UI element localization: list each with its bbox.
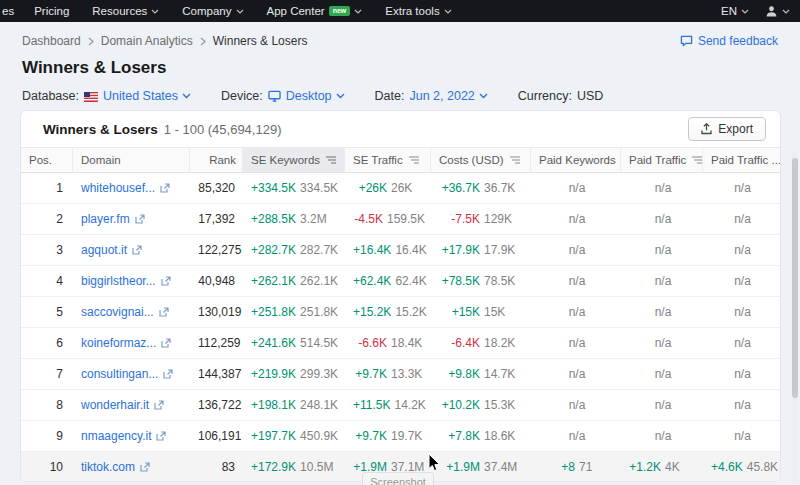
costs-cell: -7.5K129K (431, 212, 531, 226)
domain-label: koineformaz... (81, 336, 156, 350)
domain-label: tiktok.com (81, 460, 135, 474)
domain-link[interactable]: player.fm (81, 212, 184, 226)
se-traffic-cell: +16.4K16.4K (345, 243, 431, 257)
paid-traffic-2-cell: n/a (703, 398, 780, 412)
position-cell: 5 (21, 305, 73, 319)
domain-link[interactable]: wonderhair.it (81, 398, 184, 412)
col-header-pos[interactable]: Pos. (21, 148, 73, 172)
user-menu[interactable] (765, 5, 790, 18)
rank-cell: 85,320 (190, 181, 243, 195)
table-row: 9 nmaagency.it 106,191 +197.7K450.9K +9.… (21, 421, 780, 452)
col-header-paid-traffic[interactable]: Paid Traffic (621, 148, 703, 172)
nav-item-label: Company (182, 5, 231, 17)
external-link-icon[interactable] (161, 338, 171, 348)
paid-traffic-cell: +1.2K4K (621, 460, 703, 474)
col-header-se-keywords[interactable]: SE Keywords (243, 148, 345, 172)
date-label: Date: (375, 89, 405, 103)
external-link-icon[interactable] (135, 214, 145, 224)
domain-link[interactable]: saccovignai... (81, 305, 184, 319)
paid-traffic-cell: n/a (621, 181, 703, 195)
paid-traffic-2-cell: n/a (703, 305, 780, 319)
col-header-paid-keywords[interactable]: Paid Keywords (531, 148, 621, 172)
position-cell: 2 (21, 212, 73, 226)
domain-link[interactable]: koineformaz... (81, 336, 184, 350)
breadcrumb-domain-analytics[interactable]: Domain Analytics (101, 34, 193, 48)
nav-item-label: es (2, 5, 14, 17)
external-link-icon[interactable] (163, 369, 173, 379)
scrollbar-thumb[interactable] (792, 158, 798, 398)
external-link-icon[interactable] (154, 400, 164, 410)
domain-cell: biggirlstheor... (73, 274, 190, 288)
se-traffic-cell: +9.7K19.7K (345, 429, 431, 443)
device-filter[interactable]: Device: Desktop (221, 89, 345, 103)
domain-link[interactable]: whitehousef... (81, 181, 184, 195)
col-header-rank[interactable]: Rank (190, 148, 243, 172)
nav-item-label: App Center (267, 5, 325, 17)
paid-keywords-cell: n/a (531, 398, 621, 412)
nav-item-extra-tools[interactable]: Extra tools (385, 5, 451, 17)
breadcrumb-dashboard[interactable]: Dashboard (22, 34, 81, 48)
costs-cell: +1.9M37.4M (431, 460, 531, 474)
database-value: United States (103, 89, 191, 103)
filters-bar: Database: United States Device: Desktop … (0, 78, 800, 103)
se-keywords-cell: +241.6K514.5K (243, 336, 345, 350)
nav-item-app-center[interactable]: App Centernew (267, 5, 363, 17)
user-icon (765, 5, 778, 18)
position-cell: 3 (21, 243, 73, 257)
external-link-icon[interactable] (156, 431, 166, 441)
external-link-icon[interactable] (160, 183, 170, 193)
send-feedback-link[interactable]: Send feedback (680, 34, 778, 48)
col-header-se-traffic[interactable]: SE Traffic (345, 148, 431, 172)
database-filter[interactable]: Database: United States (22, 89, 191, 103)
domain-link[interactable]: biggirlstheor... (81, 274, 184, 288)
domain-label: nmaagency.it (81, 429, 151, 443)
database-label: Database: (22, 89, 79, 103)
nav-item-resources[interactable]: Resources (92, 5, 159, 17)
external-link-icon[interactable] (161, 276, 171, 286)
language-selector[interactable]: EN (721, 5, 749, 17)
costs-cell: -6.4K18.2K (431, 336, 531, 350)
table-body: 1 whitehousef... 85,320 +334.5K334.5K +2… (21, 173, 780, 482)
nav-item-pricing[interactable]: Pricing (34, 5, 69, 17)
chevron-down-icon (336, 93, 345, 99)
date-filter[interactable]: Date: Jun 2, 2022 (375, 89, 488, 103)
table-row: 1 whitehousef... 85,320 +334.5K334.5K +2… (21, 173, 780, 204)
table-row: 6 koineformaz... 112,259 +241.6K514.5K -… (21, 328, 780, 359)
chevron-down-icon (354, 9, 362, 14)
domain-link[interactable]: consultingan... (81, 367, 184, 381)
external-link-icon[interactable] (140, 462, 150, 472)
card-header: Winners & Losers 1 - 100 (45,694,129) Ex… (21, 111, 780, 147)
page-title: Winners & Losers (0, 48, 800, 78)
se-keywords-cell: +172.9K10.5M (243, 460, 345, 474)
domain-link[interactable]: agquot.it (81, 243, 184, 257)
paid-traffic-cell: n/a (621, 398, 703, 412)
export-button[interactable]: Export (688, 117, 766, 141)
breadcrumb-current: Winners & Losers (213, 34, 308, 48)
domain-cell: koineformaz... (73, 336, 190, 350)
result-range: 1 - 100 (45,694,129) (164, 122, 282, 137)
vertical-scrollbar[interactable] (792, 152, 798, 483)
costs-cell: +78.5K78.5K (431, 274, 531, 288)
paid-keywords-cell: n/a (531, 336, 621, 350)
domain-link[interactable]: tiktok.com (81, 460, 184, 474)
nav-item-company[interactable]: Company (182, 5, 243, 17)
col-header-domain[interactable]: Domain (73, 148, 190, 172)
domain-cell: saccovignai... (73, 305, 190, 319)
domain-cell: wonderhair.it (73, 398, 190, 412)
paid-traffic-cell: n/a (621, 305, 703, 319)
nav-item-partial[interactable]: es (2, 5, 14, 17)
external-link-icon[interactable] (132, 245, 142, 255)
chevron-down-icon (479, 93, 488, 99)
se-keywords-cell: +262.1K262.1K (243, 274, 345, 288)
col-header-paid-traffic-2[interactable]: Paid Traffic ... (703, 148, 780, 172)
nav-item-label: Extra tools (385, 5, 439, 17)
col-header-costs[interactable]: Costs (USD) (431, 148, 531, 172)
costs-cell: +17.9K17.9K (431, 243, 531, 257)
position-cell: 10 (21, 460, 73, 474)
position-cell: 9 (21, 429, 73, 443)
external-link-icon[interactable] (159, 307, 169, 317)
position-cell: 1 (21, 181, 73, 195)
us-flag-icon (84, 91, 98, 101)
domain-link[interactable]: nmaagency.it (81, 429, 184, 443)
rank-cell: 136,722 (190, 398, 243, 412)
